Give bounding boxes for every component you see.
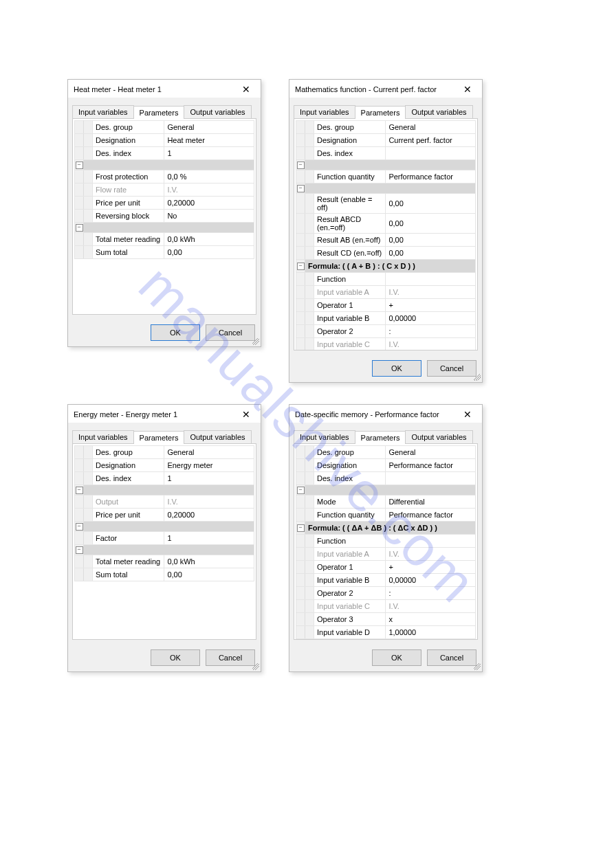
property-value[interactable]: General: [164, 446, 254, 459]
property-value[interactable]: I.V.: [164, 183, 254, 197]
property-value[interactable]: Differential: [386, 496, 476, 509]
property-value[interactable]: [386, 147, 476, 160]
ok-button[interactable]: OK: [151, 649, 200, 666]
property-value[interactable]: Heat meter: [164, 134, 254, 147]
group-toggle[interactable]: −: [75, 223, 84, 233]
cancel-button[interactable]: Cancel: [206, 649, 255, 666]
row-gutter: [305, 587, 314, 600]
property-value[interactable]: 0,00: [164, 568, 254, 581]
ok-button[interactable]: OK: [151, 324, 200, 341]
tab-output-variables[interactable]: Output variables: [405, 430, 472, 443]
property-value[interactable]: General: [164, 121, 254, 134]
property-value[interactable]: [386, 273, 476, 286]
property-value[interactable]: 0,0 %: [164, 170, 254, 183]
property-value[interactable]: General: [386, 446, 476, 459]
property-value[interactable]: :: [386, 587, 476, 600]
dialog-math-function: Mathematics function - Current perf. fac…: [289, 79, 483, 383]
property-value[interactable]: I.V.: [164, 496, 254, 509]
tab-input-variables[interactable]: Input variables: [294, 430, 355, 443]
tab-input-variables[interactable]: Input variables: [72, 430, 134, 443]
tab-output-variables[interactable]: Output variables: [405, 105, 472, 118]
table-row: DesignationCurrent perf. factor: [296, 134, 476, 147]
group-toggle[interactable]: −: [75, 485, 84, 496]
property-value[interactable]: General: [386, 121, 476, 134]
row-gutter: [296, 312, 305, 325]
property-value[interactable]: +: [386, 561, 476, 574]
row-gutter: [75, 147, 84, 160]
group-toggle[interactable]: −: [75, 160, 84, 170]
group-toggle[interactable]: −: [75, 522, 84, 532]
group-toggle[interactable]: −: [296, 260, 305, 273]
tab-output-variables[interactable]: Output variables: [184, 105, 251, 118]
property-value[interactable]: No: [164, 210, 254, 223]
cancel-button[interactable]: Cancel: [206, 324, 255, 341]
group-toggle[interactable]: −: [75, 545, 84, 555]
button-row: OKCancel: [289, 355, 482, 382]
tab-parameters[interactable]: Parameters: [133, 106, 185, 119]
tab-parameters[interactable]: Parameters: [355, 106, 406, 119]
resize-grip-icon[interactable]: [252, 663, 259, 670]
ok-button[interactable]: OK: [372, 360, 421, 377]
tab-output-variables[interactable]: Output variables: [184, 430, 251, 443]
property-value[interactable]: 0,00000: [386, 574, 476, 587]
table-row: Price per unit0,20000: [75, 197, 254, 210]
window-title: Heat meter - Heat meter 1: [74, 85, 162, 93]
group-toggle[interactable]: −: [296, 522, 305, 535]
tab-parameters[interactable]: Parameters: [133, 431, 185, 444]
row-gutter: [84, 246, 93, 259]
property-value[interactable]: 1: [164, 147, 254, 160]
cancel-button[interactable]: Cancel: [427, 360, 476, 377]
property-value[interactable]: Energy meter: [164, 459, 254, 472]
resize-grip-icon[interactable]: [474, 374, 481, 381]
ok-button[interactable]: OK: [372, 649, 421, 666]
tab-input-variables[interactable]: Input variables: [72, 105, 134, 118]
property-value[interactable]: Current perf. factor: [386, 134, 476, 147]
property-value[interactable]: 0,00000: [386, 312, 476, 325]
tab-input-variables[interactable]: Input variables: [294, 105, 355, 118]
group-toggle[interactable]: −: [296, 485, 305, 496]
property-value[interactable]: I.V.: [386, 338, 476, 351]
property-value[interactable]: 1: [164, 532, 254, 545]
property-value[interactable]: 0,00: [386, 214, 476, 234]
property-label: Input variable D: [314, 626, 386, 639]
property-value[interactable]: 0,00: [386, 194, 476, 214]
property-value[interactable]: 0,0 kWh: [164, 233, 254, 246]
group-toggle[interactable]: −: [296, 183, 305, 194]
row-gutter: [75, 472, 84, 485]
close-icon[interactable]: ✕: [457, 85, 478, 94]
property-value[interactable]: 0,00: [386, 247, 476, 260]
property-value[interactable]: 1,00000: [386, 626, 476, 639]
property-value[interactable]: Performance factor: [386, 509, 476, 522]
resize-grip-icon[interactable]: [474, 663, 481, 670]
group-toggle[interactable]: −: [296, 160, 305, 170]
property-label: Reversing block: [93, 210, 164, 223]
property-value[interactable]: Performance factor: [386, 459, 476, 472]
group-separator: [84, 545, 254, 555]
row-gutter: [75, 210, 84, 223]
tab-strip: Input variablesParametersOutput variable…: [68, 423, 261, 443]
property-value[interactable]: 0,20000: [164, 197, 254, 210]
property-value[interactable]: I.V.: [386, 286, 476, 299]
close-icon[interactable]: ✕: [236, 410, 256, 419]
property-value[interactable]: x: [386, 613, 476, 626]
property-value[interactable]: 0,00: [164, 246, 254, 259]
property-value[interactable]: [386, 472, 476, 485]
row-gutter: [84, 210, 93, 223]
property-value[interactable]: I.V.: [386, 600, 476, 613]
row-gutter: [296, 234, 305, 247]
property-label: Operator 3: [314, 613, 386, 626]
property-value[interactable]: +: [386, 299, 476, 312]
cancel-button[interactable]: Cancel: [427, 649, 476, 666]
property-value[interactable]: I.V.: [386, 548, 476, 561]
close-icon[interactable]: ✕: [457, 410, 478, 419]
tab-parameters[interactable]: Parameters: [355, 431, 406, 444]
property-value[interactable]: :: [386, 325, 476, 338]
close-icon[interactable]: ✕: [236, 85, 256, 94]
property-value[interactable]: 0,00: [386, 234, 476, 247]
property-value[interactable]: 1: [164, 472, 254, 485]
property-value[interactable]: 0,20000: [164, 509, 254, 522]
resize-grip-icon[interactable]: [252, 338, 259, 345]
property-value[interactable]: 0,0 kWh: [164, 555, 254, 568]
property-value[interactable]: [386, 535, 476, 548]
property-value[interactable]: Performance factor: [386, 170, 476, 183]
